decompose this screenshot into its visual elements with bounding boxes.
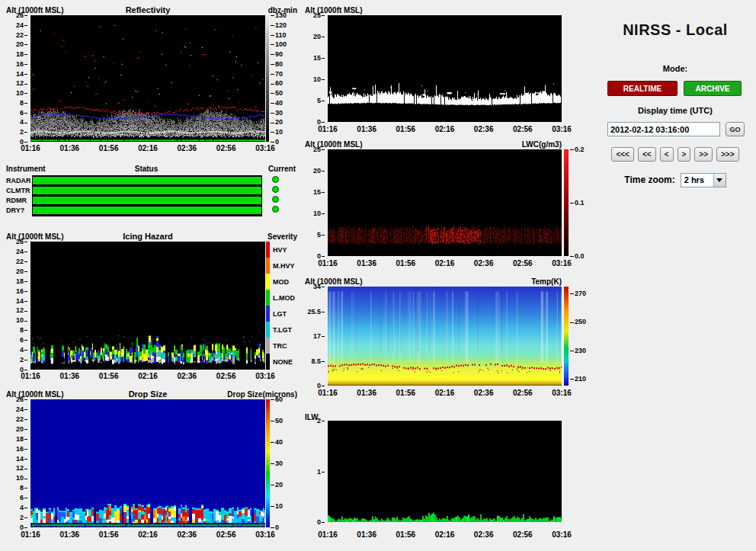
tick-label: 4 bbox=[20, 346, 27, 354]
drop-size-colorbar bbox=[266, 399, 270, 527]
tick-label: 1 bbox=[317, 468, 325, 476]
tick-label: 25.5 bbox=[307, 308, 325, 316]
tick-label: 16 bbox=[16, 445, 27, 453]
tick-label: 03:16 bbox=[552, 389, 572, 397]
temp-plot-canvas bbox=[328, 287, 562, 386]
tick-label: L.MOD bbox=[273, 294, 295, 302]
tick-label: 20 bbox=[271, 118, 283, 126]
tick-label: 01:16 bbox=[318, 389, 338, 397]
tick-label: 70 bbox=[271, 70, 283, 78]
severity-labels: HVYM.HVYMODL.MODLGTT.LGTTRCNONE bbox=[273, 242, 299, 370]
tick-label: 26 bbox=[16, 396, 27, 403]
go-button[interactable]: GO bbox=[726, 122, 745, 136]
tick-label: 30 bbox=[271, 460, 283, 467]
tick-label: 02:36 bbox=[178, 530, 197, 539]
tick-label: MOD bbox=[273, 278, 289, 286]
tick-label: 02:36 bbox=[178, 372, 197, 380]
tick-label: 01:56 bbox=[99, 372, 119, 380]
tick-label: 26 bbox=[16, 238, 27, 245]
tick-label: 0 bbox=[317, 518, 325, 526]
tick-label: 10 bbox=[16, 89, 27, 97]
tick-label: 8 bbox=[20, 484, 27, 492]
tick-label: 250 bbox=[570, 318, 586, 325]
tick-label: 110 bbox=[271, 31, 287, 39]
tick-label: 60 bbox=[271, 396, 283, 403]
severity-color-block bbox=[266, 338, 270, 354]
lwc-colorbar-label: LWC(g/m3) bbox=[485, 140, 562, 149]
tick-label: 01:36 bbox=[357, 389, 376, 397]
reflectivity-panel: Alt (1000ft MSL) Reflectivity dbz-min 26… bbox=[6, 4, 299, 160]
display-time-input[interactable] bbox=[607, 122, 720, 136]
tick-label: 30 bbox=[271, 109, 283, 117]
tick-label: 80 bbox=[271, 60, 283, 68]
tick-label: 02:56 bbox=[216, 144, 236, 152]
ilw-yticks: 210 bbox=[308, 421, 325, 522]
tick-label: 0.0 bbox=[570, 252, 585, 260]
nav-fast-forward-button[interactable]: >>> bbox=[716, 147, 739, 162]
tick-label: T.LGT bbox=[273, 326, 292, 334]
tick-label: 60 bbox=[271, 79, 283, 87]
tick-label: 01:16 bbox=[21, 530, 40, 539]
icing-hazard-panel: Alt (1000ft MSL) Icing Hazard Severity 2… bbox=[6, 231, 299, 383]
tick-label: 4 bbox=[20, 504, 27, 511]
tick-label: 15 bbox=[313, 54, 325, 62]
tick-label: 20 bbox=[16, 40, 27, 48]
drop-size-colorbar-ticks: 6050403020100 bbox=[271, 399, 298, 527]
status-bar bbox=[33, 207, 261, 214]
status-indicator bbox=[272, 196, 279, 203]
nav-backward-button[interactable]: << bbox=[638, 147, 656, 162]
tick-label: 50 bbox=[271, 89, 283, 97]
tick-label: 24 bbox=[16, 248, 27, 255]
nav-step-forward-button[interactable]: > bbox=[678, 147, 691, 162]
tick-label: 40 bbox=[271, 438, 283, 446]
tick-label: 34 bbox=[313, 283, 325, 290]
tick-label: TRC bbox=[273, 342, 287, 350]
status-indicator bbox=[272, 206, 279, 213]
status-indicator bbox=[272, 176, 279, 183]
tick-label: 0.1 bbox=[570, 199, 585, 207]
tick-label: 01:56 bbox=[99, 530, 119, 539]
tick-label: 90 bbox=[271, 50, 283, 58]
tick-label: 2 bbox=[20, 356, 27, 364]
nirss-app: Alt (1000ft MSL) Reflectivity dbz-min 26… bbox=[0, 0, 756, 551]
time-zoom-select[interactable]: 2 hrs bbox=[681, 173, 726, 187]
temp-colorbar-ticks: 270250230210 bbox=[570, 287, 593, 386]
temp-yticks: 3425.5178.50 bbox=[305, 287, 325, 386]
tick-label: 02:16 bbox=[138, 144, 158, 152]
tick-label: 01:56 bbox=[396, 530, 416, 539]
time-zoom-label: Time zoom: bbox=[624, 175, 674, 185]
severity-color-block bbox=[266, 306, 270, 322]
tick-label: 03:16 bbox=[255, 372, 275, 380]
instrument-status-panel: Instrument Status Current RADAR CLMTR RD… bbox=[6, 165, 299, 226]
tick-label: 120 bbox=[271, 21, 287, 29]
nav-fast-backward-button[interactable]: <<< bbox=[611, 147, 634, 162]
tick-label: 02:56 bbox=[513, 530, 533, 539]
tick-label: 40 bbox=[271, 99, 283, 107]
tick-label: 03:16 bbox=[552, 530, 572, 539]
tick-label: 01:16 bbox=[21, 372, 40, 380]
nav-step-backward-button[interactable]: < bbox=[660, 147, 674, 162]
tick-label: 2 bbox=[20, 128, 27, 136]
tick-label: 02:36 bbox=[474, 389, 494, 397]
tick-label: 12 bbox=[16, 306, 27, 314]
archive-button[interactable]: ARCHIVE bbox=[684, 81, 742, 96]
tick-label: 01:56 bbox=[396, 259, 416, 267]
lwc-colorbar bbox=[564, 149, 569, 256]
icing-yticks: 26242220181614121086420 bbox=[6, 242, 27, 370]
instrument-label: RDMR bbox=[6, 197, 27, 204]
tick-label: 4 bbox=[20, 118, 27, 126]
page-title: NIRSS - Local bbox=[594, 21, 756, 39]
icing-title: Icing Hazard bbox=[30, 232, 265, 241]
tick-label: NONE bbox=[273, 358, 293, 366]
status-header-current: Current bbox=[268, 165, 296, 173]
nav-forward-button[interactable]: >> bbox=[694, 147, 713, 162]
tick-label: 02:36 bbox=[474, 259, 494, 267]
severity-color-block bbox=[266, 258, 270, 274]
tick-label: 15 bbox=[313, 188, 325, 196]
realtime-button[interactable]: REALTIME bbox=[607, 81, 678, 96]
temp-colorbar bbox=[564, 287, 569, 386]
tick-label: 14 bbox=[16, 70, 27, 78]
ilw-plot-canvas bbox=[328, 421, 562, 522]
tick-label: 02:36 bbox=[474, 125, 494, 133]
tick-label: HVY bbox=[273, 246, 287, 254]
